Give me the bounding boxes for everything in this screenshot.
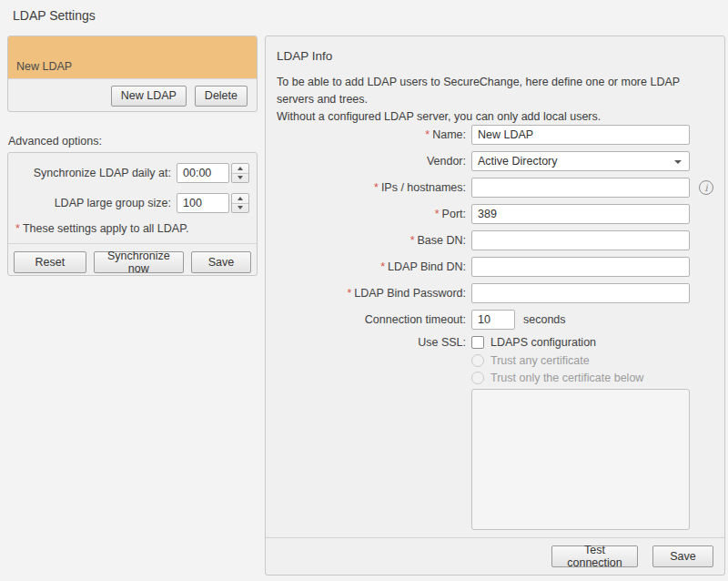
use-ssl-row: Use SSL: LDAPS configuration [266,336,724,349]
advanced-button-row: Reset Synchronize now Save [8,251,257,273]
info-icon[interactable]: i [699,180,713,195]
spinner-up-icon[interactable] [232,164,248,174]
trust-any-row: Trust any certificate [471,354,724,367]
required-asterisk: * [380,260,385,273]
vendor-select[interactable]: Active Directory [471,151,690,171]
timeout-suffix: seconds [523,313,566,326]
new-ldap-button[interactable]: New LDAP [111,86,187,107]
bind-password-label: *LDAP Bind Password: [266,287,466,300]
ips-label: *IPs / hostnames: [266,181,466,194]
group-size-spinner[interactable] [231,193,249,213]
ldap-info-footer: Test connection Save [266,537,724,575]
sync-daily-row: Synchronize LDAP daily at: [8,163,257,183]
ldaps-checkbox-label: LDAPS configuration [490,336,596,349]
trust-any-radio[interactable] [471,354,484,367]
sync-daily-spinner[interactable] [231,163,249,183]
group-size-row: LDAP large group size: [8,193,257,213]
port-label: *Port: [266,208,466,220]
ldap-info-form: *Name: Vendor: Active Directory *IPs / h… [266,125,724,533]
bind-dn-input[interactable] [471,257,690,277]
ldap-list-item-label: New LDAP [16,60,72,73]
port-input[interactable] [471,204,690,224]
bind-dn-row: *LDAP Bind DN: [266,257,724,277]
spinner-down-icon[interactable] [232,204,248,213]
bind-password-input[interactable] [471,283,690,303]
sync-daily-label: Synchronize LDAP daily at: [34,167,171,179]
divider [8,243,257,244]
ips-input[interactable] [471,178,690,198]
spinner-down-icon[interactable] [232,174,248,183]
ips-row: *IPs / hostnames: i [266,178,724,198]
required-asterisk: * [347,287,351,300]
advanced-save-button[interactable]: Save [191,251,251,273]
name-row: *Name: [266,125,724,145]
port-row: *Port: [266,204,724,224]
advanced-note: *These settings apply to all LDAP. [15,222,257,235]
page-title: LDAP Settings [13,8,96,23]
ldap-info-description: To be able to add LDAP users to SecureCh… [277,74,719,125]
required-asterisk: * [435,208,440,220]
base-dn-row: *Base DN: [266,230,724,250]
bind-password-row: *LDAP Bind Password: [266,283,724,303]
use-ssl-label: Use SSL: [266,336,466,349]
bind-dn-label: *LDAP Bind DN: [266,260,466,273]
trust-only-radio[interactable] [471,372,484,384]
certificate-textarea[interactable] [471,389,690,530]
ldap-info-title: LDAP Info [277,49,332,63]
vendor-selected-value: Active Directory [478,155,558,168]
synchronize-now-button[interactable]: Synchronize now [94,251,184,273]
trust-only-row: Trust only the certificate below [471,372,724,384]
required-asterisk: * [15,222,20,235]
ldap-list-panel: New LDAP New LDAP Delete [7,36,258,112]
required-asterisk: * [425,128,430,141]
group-size-input[interactable] [177,193,229,213]
chevron-down-icon [674,160,682,164]
ldap-list-button-row: New LDAP Delete [8,78,257,112]
advanced-options-panel: Synchronize LDAP daily at: LDAP large gr… [7,152,258,276]
name-input[interactable] [471,125,690,145]
trust-any-label: Trust any certificate [490,354,590,367]
ldaps-checkbox[interactable] [471,336,484,349]
required-asterisk: * [410,234,415,247]
timeout-row: Connection timeout: seconds [266,310,724,330]
delete-ldap-button[interactable]: Delete [195,86,248,107]
test-connection-button[interactable]: Test connection [551,545,638,567]
timeout-label: Connection timeout: [266,313,466,326]
group-size-label: LDAP large group size: [55,197,171,209]
base-dn-input[interactable] [471,230,690,250]
vendor-label: Vendor: [266,155,466,168]
base-dn-label: *Base DN: [266,234,466,247]
sync-daily-input[interactable] [177,163,229,183]
name-label: *Name: [266,128,466,141]
ldap-info-save-button[interactable]: Save [652,545,713,567]
reset-button[interactable]: Reset [14,251,86,273]
required-asterisk: * [374,181,379,194]
spinner-up-icon[interactable] [232,194,248,204]
ldap-info-panel: LDAP Info To be able to add LDAP users t… [265,36,725,576]
timeout-input[interactable] [471,310,515,330]
trust-only-label: Trust only the certificate below [490,372,643,384]
advanced-options-title: Advanced options: [8,135,102,148]
vendor-row: Vendor: Active Directory [266,151,724,171]
ldap-list-item-selected[interactable]: New LDAP [8,36,257,78]
